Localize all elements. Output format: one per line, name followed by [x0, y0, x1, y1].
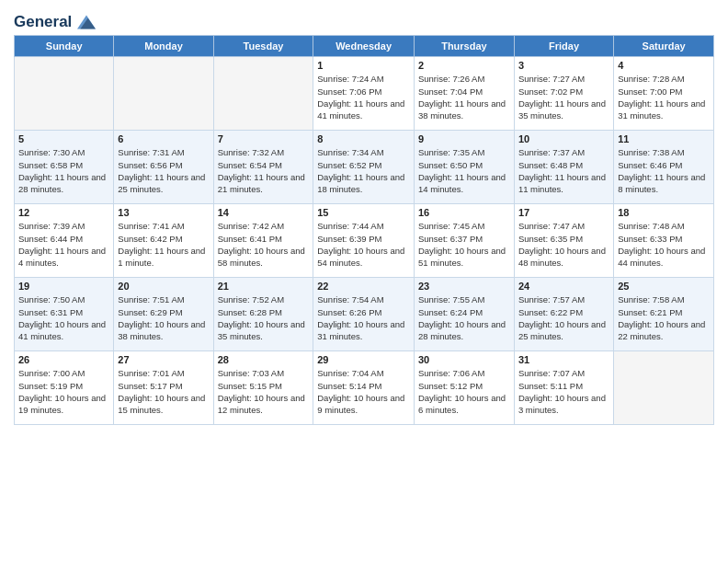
- day-info: Sunrise: 7:31 AM Sunset: 6:56 PM Dayligh…: [118, 146, 209, 195]
- header: General: [14, 9, 714, 29]
- day-info: Sunrise: 7:52 AM Sunset: 6:28 PM Dayligh…: [218, 293, 310, 342]
- day-info: Sunrise: 7:34 AM Sunset: 6:52 PM Dayligh…: [317, 146, 410, 195]
- calendar-cell: 13Sunrise: 7:41 AM Sunset: 6:42 PM Dayli…: [114, 204, 213, 278]
- calendar-header-tuesday: Tuesday: [213, 36, 313, 57]
- day-number: 8: [317, 133, 410, 144]
- calendar-cell: 22Sunrise: 7:54 AM Sunset: 6:26 PM Dayli…: [313, 278, 415, 351]
- day-number: 25: [618, 281, 710, 292]
- day-info: Sunrise: 7:42 AM Sunset: 6:41 PM Dayligh…: [218, 220, 310, 269]
- calendar-cell: 14Sunrise: 7:42 AM Sunset: 6:41 PM Dayli…: [213, 204, 313, 278]
- day-info: Sunrise: 7:39 AM Sunset: 6:44 PM Dayligh…: [18, 220, 109, 269]
- calendar-week-1: 1Sunrise: 7:24 AM Sunset: 7:06 PM Daylig…: [15, 57, 714, 131]
- day-number: 12: [18, 207, 109, 218]
- calendar-cell: 5Sunrise: 7:30 AM Sunset: 6:58 PM Daylig…: [15, 131, 114, 204]
- calendar-week-5: 26Sunrise: 7:00 AM Sunset: 5:19 PM Dayli…: [15, 351, 714, 425]
- day-info: Sunrise: 7:27 AM Sunset: 7:02 PM Dayligh…: [518, 73, 609, 121]
- calendar-cell: 27Sunrise: 7:01 AM Sunset: 5:17 PM Dayli…: [114, 351, 213, 425]
- calendar-cell: 28Sunrise: 7:03 AM Sunset: 5:15 PM Dayli…: [213, 351, 313, 425]
- day-number: 22: [317, 281, 410, 292]
- calendar-week-2: 5Sunrise: 7:30 AM Sunset: 6:58 PM Daylig…: [15, 131, 714, 204]
- day-info: Sunrise: 7:57 AM Sunset: 6:22 PM Dayligh…: [518, 293, 609, 342]
- day-info: Sunrise: 7:28 AM Sunset: 7:00 PM Dayligh…: [618, 73, 710, 121]
- day-number: 6: [118, 133, 209, 144]
- calendar-cell: 29Sunrise: 7:04 AM Sunset: 5:14 PM Dayli…: [313, 351, 415, 425]
- day-number: 5: [18, 133, 109, 144]
- day-number: 10: [518, 133, 609, 144]
- day-info: Sunrise: 7:55 AM Sunset: 6:24 PM Dayligh…: [418, 293, 510, 342]
- calendar-cell: [614, 351, 714, 425]
- calendar-cell: 10Sunrise: 7:37 AM Sunset: 6:48 PM Dayli…: [514, 131, 613, 204]
- calendar-cell: 2Sunrise: 7:26 AM Sunset: 7:04 PM Daylig…: [414, 57, 514, 131]
- day-number: 21: [218, 281, 310, 292]
- day-number: 27: [118, 354, 209, 365]
- day-number: 4: [618, 60, 710, 71]
- calendar-cell: 26Sunrise: 7:00 AM Sunset: 5:19 PM Dayli…: [15, 351, 114, 425]
- logo: General: [14, 13, 97, 29]
- day-number: 18: [618, 207, 710, 218]
- day-number: 2: [418, 60, 510, 71]
- calendar-cell: [15, 57, 114, 131]
- day-info: Sunrise: 7:58 AM Sunset: 6:21 PM Dayligh…: [618, 293, 710, 342]
- calendar-header-wednesday: Wednesday: [313, 36, 415, 57]
- calendar-week-3: 12Sunrise: 7:39 AM Sunset: 6:44 PM Dayli…: [15, 204, 714, 278]
- day-info: Sunrise: 7:47 AM Sunset: 6:35 PM Dayligh…: [518, 220, 609, 269]
- day-number: 20: [118, 281, 209, 292]
- day-info: Sunrise: 7:45 AM Sunset: 6:37 PM Dayligh…: [418, 220, 510, 269]
- day-number: 19: [18, 281, 109, 292]
- day-info: Sunrise: 7:35 AM Sunset: 6:50 PM Dayligh…: [418, 146, 510, 195]
- calendar-cell: 25Sunrise: 7:58 AM Sunset: 6:21 PM Dayli…: [614, 278, 714, 351]
- day-number: 11: [618, 133, 710, 144]
- day-number: 1: [317, 60, 410, 71]
- day-info: Sunrise: 7:04 AM Sunset: 5:14 PM Dayligh…: [317, 367, 410, 416]
- calendar-cell: 9Sunrise: 7:35 AM Sunset: 6:50 PM Daylig…: [414, 131, 514, 204]
- day-info: Sunrise: 7:44 AM Sunset: 6:39 PM Dayligh…: [317, 220, 410, 269]
- calendar-cell: [213, 57, 313, 131]
- calendar-cell: 30Sunrise: 7:06 AM Sunset: 5:12 PM Dayli…: [414, 351, 514, 425]
- day-number: 14: [218, 207, 310, 218]
- calendar-week-4: 19Sunrise: 7:50 AM Sunset: 6:31 PM Dayli…: [15, 278, 714, 351]
- day-number: 24: [518, 281, 609, 292]
- calendar-cell: 19Sunrise: 7:50 AM Sunset: 6:31 PM Dayli…: [15, 278, 114, 351]
- day-info: Sunrise: 7:01 AM Sunset: 5:17 PM Dayligh…: [118, 367, 209, 416]
- day-number: 26: [18, 354, 109, 365]
- calendar-cell: 23Sunrise: 7:55 AM Sunset: 6:24 PM Dayli…: [414, 278, 514, 351]
- calendar-cell: 7Sunrise: 7:32 AM Sunset: 6:54 PM Daylig…: [213, 131, 313, 204]
- calendar-header-row: SundayMondayTuesdayWednesdayThursdayFrid…: [15, 36, 714, 57]
- day-info: Sunrise: 7:54 AM Sunset: 6:26 PM Dayligh…: [317, 293, 410, 342]
- day-info: Sunrise: 7:06 AM Sunset: 5:12 PM Dayligh…: [418, 367, 510, 416]
- day-number: 16: [418, 207, 510, 218]
- calendar-cell: 11Sunrise: 7:38 AM Sunset: 6:46 PM Dayli…: [614, 131, 714, 204]
- day-info: Sunrise: 7:38 AM Sunset: 6:46 PM Dayligh…: [618, 146, 710, 195]
- day-number: 30: [418, 354, 510, 365]
- calendar-cell: [114, 57, 213, 131]
- logo-text: General: [14, 13, 97, 31]
- day-number: 29: [317, 354, 410, 365]
- day-info: Sunrise: 7:50 AM Sunset: 6:31 PM Dayligh…: [18, 293, 109, 342]
- day-number: 7: [218, 133, 310, 144]
- day-number: 31: [518, 354, 609, 365]
- calendar-cell: 6Sunrise: 7:31 AM Sunset: 6:56 PM Daylig…: [114, 131, 213, 204]
- day-info: Sunrise: 7:41 AM Sunset: 6:42 PM Dayligh…: [118, 220, 209, 269]
- day-number: 9: [418, 133, 510, 144]
- day-number: 23: [418, 281, 510, 292]
- calendar-cell: 17Sunrise: 7:47 AM Sunset: 6:35 PM Dayli…: [514, 204, 613, 278]
- calendar-cell: 12Sunrise: 7:39 AM Sunset: 6:44 PM Dayli…: [15, 204, 114, 278]
- calendar-header-friday: Friday: [514, 36, 613, 57]
- calendar-table: SundayMondayTuesdayWednesdayThursdayFrid…: [14, 35, 714, 425]
- calendar-header-sunday: Sunday: [15, 36, 114, 57]
- calendar-cell: 24Sunrise: 7:57 AM Sunset: 6:22 PM Dayli…: [514, 278, 613, 351]
- day-info: Sunrise: 7:32 AM Sunset: 6:54 PM Dayligh…: [218, 146, 310, 195]
- calendar-header-saturday: Saturday: [614, 36, 714, 57]
- day-info: Sunrise: 7:03 AM Sunset: 5:15 PM Dayligh…: [218, 367, 310, 416]
- day-info: Sunrise: 7:30 AM Sunset: 6:58 PM Dayligh…: [18, 146, 109, 195]
- day-number: 17: [518, 207, 609, 218]
- calendar-header-monday: Monday: [114, 36, 213, 57]
- calendar-cell: 8Sunrise: 7:34 AM Sunset: 6:52 PM Daylig…: [313, 131, 415, 204]
- calendar-cell: 31Sunrise: 7:07 AM Sunset: 5:11 PM Dayli…: [514, 351, 613, 425]
- day-number: 15: [317, 207, 410, 218]
- day-info: Sunrise: 7:07 AM Sunset: 5:11 PM Dayligh…: [518, 367, 609, 416]
- day-info: Sunrise: 7:51 AM Sunset: 6:29 PM Dayligh…: [118, 293, 209, 342]
- day-number: 3: [518, 60, 609, 71]
- day-info: Sunrise: 7:48 AM Sunset: 6:33 PM Dayligh…: [618, 220, 710, 269]
- calendar-header-thursday: Thursday: [414, 36, 514, 57]
